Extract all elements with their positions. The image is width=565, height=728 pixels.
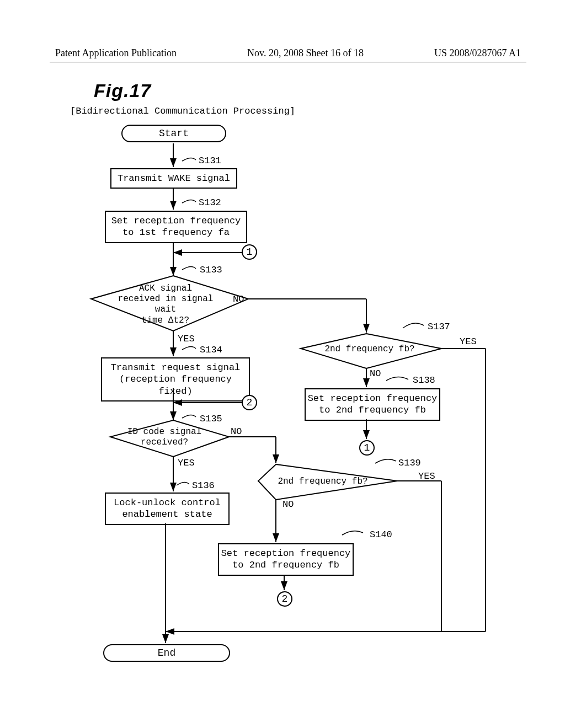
flowchart: Start S131 Transmit WAKE signal S132 Set… xyxy=(0,0,565,728)
s131-label: S131 xyxy=(199,156,221,166)
s140-process: Set reception frequency to 2nd frequency… xyxy=(218,543,354,576)
s139-yes: YES xyxy=(418,471,435,481)
s138-label: S138 xyxy=(413,375,435,386)
s133-yes: YES xyxy=(178,334,195,344)
s135-decision-text: ID code signal received? xyxy=(115,427,214,448)
s138-text2: to 2nd frequency fb xyxy=(319,405,426,415)
flow-lines xyxy=(0,0,565,728)
s137-no: NO xyxy=(370,368,381,379)
connector-2-in: 2 xyxy=(242,395,257,410)
s138-process: Set reception frequency to 2nd frequency… xyxy=(305,388,440,421)
s139-decision-text: 2nd frequency fb? xyxy=(273,477,372,486)
s131-process: Transmit WAKE signal xyxy=(110,168,237,189)
s135-no: NO xyxy=(231,426,242,437)
s133-decision-text: ACK signal received in signal wait time … xyxy=(105,283,226,326)
s137-decision-text: 2nd frequency fb? xyxy=(320,344,419,354)
connector-2-out: 2 xyxy=(277,591,292,607)
s134-process: Transmit request signal (reception frequ… xyxy=(101,357,250,402)
s136-label: S136 xyxy=(192,480,215,491)
s134-text2: (reception frequency fixed) xyxy=(119,374,232,396)
connector-1-out: 1 xyxy=(359,440,375,456)
s140-text1: Set reception frequency xyxy=(221,548,351,559)
s132-text2: to 1st frequency fa xyxy=(122,227,230,238)
s140-label: S140 xyxy=(370,529,392,540)
connector-1-in: 1 xyxy=(242,244,257,260)
start-label: Start xyxy=(159,128,189,139)
s134-label: S134 xyxy=(200,345,222,355)
s140-text2: to 2nd frequency fb xyxy=(232,560,339,570)
s132-process: Set reception frequency to 1st frequency… xyxy=(105,211,247,243)
start-terminal: Start xyxy=(121,125,226,142)
s136-text2: enablement state xyxy=(122,509,212,520)
s133-label: S133 xyxy=(200,265,222,275)
s132-text1: Set reception frequency xyxy=(111,216,241,226)
s138-text1: Set reception frequency xyxy=(308,393,438,404)
s136-process: Lock-unlock control enablement state xyxy=(105,493,230,525)
s136-text1: Lock-unlock control xyxy=(114,497,221,508)
s135-label: S135 xyxy=(200,414,222,424)
s132-label: S132 xyxy=(199,197,221,208)
s133-no: NO xyxy=(233,294,244,304)
s137-label: S137 xyxy=(428,322,450,332)
end-label: End xyxy=(158,647,175,659)
s139-no: NO xyxy=(282,499,294,510)
s137-yes: YES xyxy=(460,336,477,347)
s135-yes: YES xyxy=(178,458,195,468)
s131-text: Transmit WAKE signal xyxy=(118,173,230,184)
end-terminal: End xyxy=(103,644,230,662)
s134-text1: Transmit request signal xyxy=(111,362,241,373)
s139-label: S139 xyxy=(398,458,421,468)
